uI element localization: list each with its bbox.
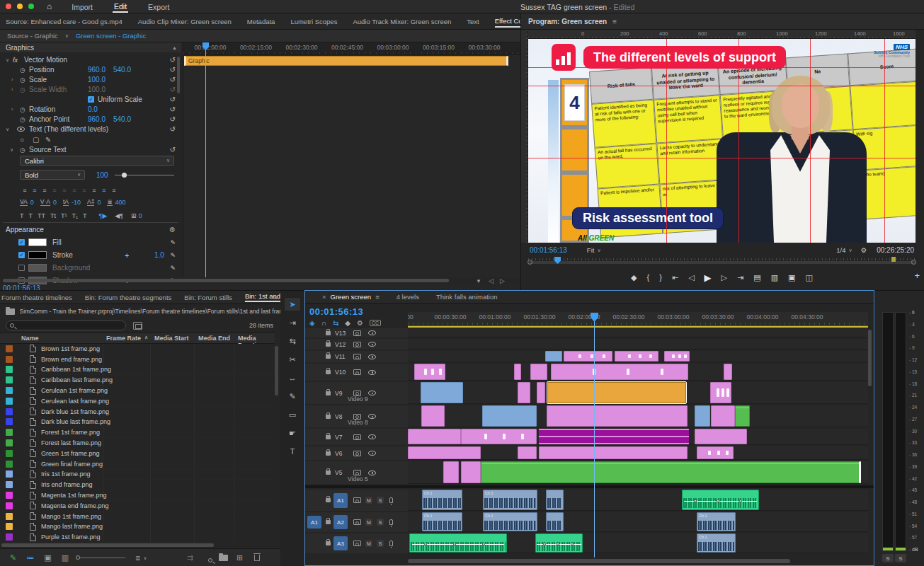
project-file-row[interactable]: Cerulean 1st frame.png xyxy=(0,386,275,396)
scale-value[interactable]: 100.0 xyxy=(88,76,105,83)
track-lane-V11[interactable] xyxy=(408,351,868,362)
selection-tool[interactable]: ➤ xyxy=(285,298,300,311)
timeline-clip[interactable] xyxy=(409,533,507,553)
track-lane-V5[interactable] xyxy=(408,461,868,484)
toggle-track-output-icon[interactable] xyxy=(368,391,376,395)
timeline-clip[interactable] xyxy=(530,364,547,380)
prev-keyframe-icon[interactable]: ◁ xyxy=(489,277,494,284)
captions-icon[interactable]: CC xyxy=(370,320,381,326)
timeline-clip[interactable]: Ch.1 xyxy=(483,490,537,510)
column-media-end[interactable]: Media End xyxy=(198,335,230,342)
project-file-row[interactable]: Green final frame.png xyxy=(0,459,275,470)
project-file-row[interactable]: Forest last frame.png xyxy=(0,438,275,449)
delete-icon[interactable] xyxy=(254,555,260,561)
lock-icon[interactable] xyxy=(326,520,331,524)
timeline-clip[interactable] xyxy=(564,351,612,362)
eyedropper-icon[interactable]: ✎ xyxy=(170,252,176,259)
timeline-tab-2[interactable]: Think falls animation xyxy=(436,293,498,301)
track-header-V8[interactable]: V8Video 8 xyxy=(305,405,408,427)
align-icon-3[interactable]: ≡ xyxy=(50,187,59,194)
keyframe-dot[interactable] xyxy=(571,543,574,545)
go-to-out-button[interactable]: ⇥ xyxy=(737,273,743,282)
file-name[interactable]: Mango last frame.png xyxy=(41,523,103,530)
project-file-row[interactable]: Mango last frame.png xyxy=(0,522,275,533)
align-icon-8[interactable]: ≡ xyxy=(99,187,109,194)
extract-button[interactable]: ▥ xyxy=(771,273,778,282)
stroke-color-swatch[interactable] xyxy=(28,251,47,259)
type-control-1[interactable]: V·A0 xyxy=(40,198,57,206)
track-name[interactable]: Video 8 xyxy=(348,419,368,426)
timeline-clip[interactable] xyxy=(615,351,658,362)
file-name[interactable]: Iris 1st frame.png xyxy=(41,470,91,478)
label-color-swatch[interactable] xyxy=(6,429,13,436)
position-row[interactable]: ◷ Position 960.0 540.0 ↺ xyxy=(0,65,181,74)
add-marker-button[interactable]: ◆ xyxy=(631,273,637,282)
anchor-y-value[interactable]: 540.0 xyxy=(113,115,131,123)
timeline-vscrollbar[interactable] xyxy=(868,330,872,386)
label-color-swatch[interactable] xyxy=(6,450,13,457)
playback-resolution-dropdown[interactable]: 1/4 xyxy=(836,246,845,254)
project-file-row[interactable]: Mango 1st frame.png xyxy=(0,512,275,522)
reset-icon[interactable]: ↺ xyxy=(170,125,176,133)
twirl-icon[interactable]: ∨ xyxy=(6,57,9,63)
paragraph-icon-0[interactable]: ¶▶ xyxy=(99,212,108,219)
rotation-row[interactable]: › ◷ Rotation 0.0 ↺ xyxy=(0,105,181,114)
source-patch-A1[interactable] xyxy=(307,494,321,507)
source-patch-A2[interactable]: A1 xyxy=(307,516,321,529)
align-icon-5[interactable]: ≡ xyxy=(69,187,79,194)
rotation-value[interactable]: 0.0 xyxy=(88,105,98,113)
file-name[interactable]: Cerulean 1st frame.png xyxy=(41,387,108,394)
keyframe-dot[interactable] xyxy=(482,543,485,545)
twirl-icon[interactable]: › xyxy=(11,77,13,82)
timeline-clip[interactable] xyxy=(695,429,747,444)
voiceover-record-icon[interactable] xyxy=(389,541,393,546)
label-color-swatch[interactable] xyxy=(6,492,13,499)
source-monitor-icon[interactable] xyxy=(353,330,361,336)
file-name[interactable]: Brown end frame.png xyxy=(41,356,102,363)
ec-hscrollbar[interactable] xyxy=(3,279,449,282)
effect-controls-scrollbar[interactable] xyxy=(177,57,180,93)
program-scrub-bar[interactable] xyxy=(528,257,916,267)
reset-icon[interactable]: ↺ xyxy=(170,96,176,103)
label-color-swatch[interactable] xyxy=(6,513,13,520)
case-icon-4[interactable]: T¹ xyxy=(61,212,67,219)
solo-left-button[interactable]: S xyxy=(882,554,894,562)
label-color-swatch[interactable] xyxy=(6,366,13,373)
type-tool[interactable]: T xyxy=(285,445,300,458)
type-control-2[interactable]: tA-10 xyxy=(63,198,81,206)
program-video-preview[interactable]: 4 Risk of fallsAt risk of getting up una… xyxy=(528,39,916,243)
source-monitor-icon[interactable] xyxy=(353,470,361,475)
vector-motion-row[interactable]: ∨ fx Vector Motion ↺ xyxy=(0,55,181,64)
case-icon-5[interactable]: T₁ xyxy=(72,212,79,219)
lock-icon[interactable] xyxy=(326,435,331,439)
timeline-playhead[interactable] xyxy=(594,313,595,558)
slip-tool[interactable]: ↔ xyxy=(285,371,300,384)
source-monitor-icon[interactable] xyxy=(353,369,361,375)
track-id[interactable]: V13 xyxy=(335,330,352,337)
timeline-clip[interactable] xyxy=(735,405,750,427)
search-box[interactable] xyxy=(6,320,126,330)
track-id[interactable]: V10 xyxy=(335,369,352,376)
folder-icon[interactable] xyxy=(6,308,15,315)
background-color-swatch[interactable] xyxy=(28,264,47,272)
timeline-ruler[interactable]: 00:0000:00:30:0000:01:00:0000:01:30:0000… xyxy=(408,312,868,325)
play-button[interactable]: ▶ xyxy=(705,272,712,283)
timeline-clip[interactable] xyxy=(414,364,445,380)
reset-icon[interactable]: ↺ xyxy=(170,105,176,113)
timeline-tab-0[interactable]: ×Green screen≡ xyxy=(322,293,380,301)
pen-icon[interactable]: ✎ xyxy=(45,136,51,144)
mute-button[interactable]: M xyxy=(365,540,372,547)
timeline-clip[interactable]: Ch.1 xyxy=(422,490,462,510)
ripple-edit-tool[interactable]: ⇆ xyxy=(285,335,300,347)
reset-icon[interactable]: ↺ xyxy=(170,66,176,74)
workspace-tab-0[interactable]: Source: Enhanced care - Good gs.mp4 xyxy=(6,16,122,27)
label-color-swatch[interactable] xyxy=(6,533,13,541)
lock-icon[interactable] xyxy=(326,391,331,395)
file-name[interactable]: Green 1st frame.png xyxy=(41,450,100,457)
uniform-scale-checkbox[interactable]: ✓ xyxy=(88,96,94,103)
column-frame-rate[interactable]: Frame Rate xyxy=(106,335,141,342)
project-file-row[interactable]: Caribbean 1st frame.png xyxy=(0,365,275,376)
wrench-icon[interactable]: ⚙ xyxy=(169,226,176,233)
timeline-clip[interactable]: Ch.1 xyxy=(697,512,736,531)
file-name[interactable]: Magenta end frame.png xyxy=(41,502,109,509)
